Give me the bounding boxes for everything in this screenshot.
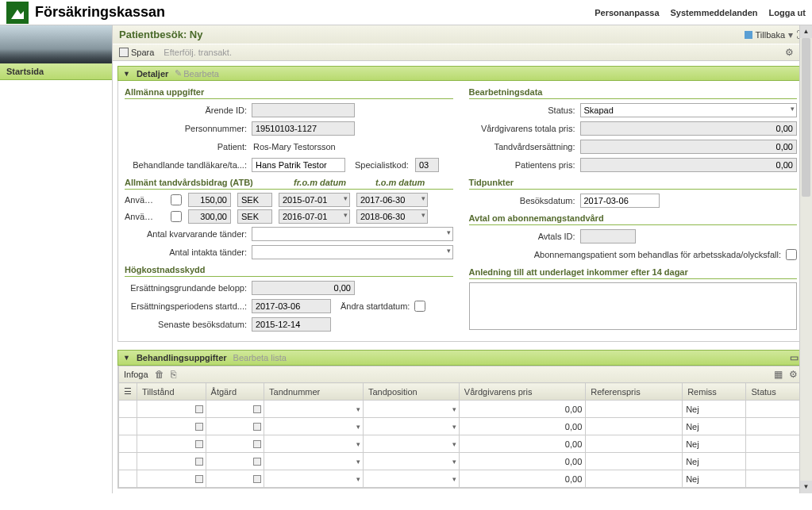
chg-checkbox[interactable] [414,301,425,312]
table-row[interactable]: ▾▾0,00Nej [119,401,803,418]
atgard-cell[interactable] [206,470,264,488]
table-row[interactable]: ▾▾0,00Nej [119,453,803,470]
tandnr-cell[interactable]: ▾ [264,453,364,470]
ref-cell[interactable] [586,418,683,435]
pris-cell[interactable]: 0,00 [459,435,585,453]
tillstand-cell[interactable] [137,401,206,418]
visit-input[interactable] [580,194,660,208]
status-cell[interactable] [746,453,803,470]
status-cell[interactable] [746,435,803,453]
lookup-icon[interactable] [253,458,261,466]
work-checkbox[interactable] [786,249,797,260]
trash-icon[interactable]: 🗑 [155,369,164,380]
table-row[interactable]: ▾▾0,00Nej [119,435,803,453]
status-cell[interactable] [746,418,803,435]
scrollbar[interactable]: ▲ ▼ [799,25,812,493]
tandnr-cell[interactable]: ▾ [264,435,364,453]
scroll-up-icon[interactable]: ▲ [800,25,812,38]
lookup-icon[interactable] [253,405,261,413]
tandpos-cell[interactable]: ▾ [363,435,459,453]
col-atgard[interactable]: Åtgärd [206,383,264,401]
reason-textarea[interactable] [469,282,798,330]
ref-cell[interactable] [586,470,683,488]
dropdown-icon[interactable]: ▾ [788,29,793,40]
atb-use-2[interactable] [171,211,182,222]
scroll-down-icon[interactable]: ▼ [800,481,812,493]
lookup-icon[interactable] [253,423,261,431]
atgard-cell[interactable] [206,418,264,435]
col-tandpos[interactable]: Tandposition [363,383,459,401]
col-select[interactable]: ☰ [119,383,137,401]
tandpos-cell[interactable]: ▾ [363,418,459,435]
collapse-icon[interactable]: ▼ [123,70,130,78]
tandpos-cell[interactable]: ▾ [363,470,459,488]
copy-icon[interactable]: ⎘ [171,369,176,380]
link-sysmsg[interactable]: Systemmeddelanden [671,8,758,17]
dropdown-icon[interactable]: ▾ [452,475,456,483]
start-tab[interactable]: Startsida [0,63,112,80]
row-select-cell[interactable] [119,435,137,453]
col-tandnr[interactable]: Tandnummer [264,383,364,401]
col-remiss[interactable]: Remiss [683,383,746,401]
link-logout[interactable]: Logga ut [769,8,806,17]
remiss-cell[interactable]: Nej [683,470,746,488]
tandnr-cell[interactable]: ▾ [264,470,364,488]
tillstand-cell[interactable] [137,453,206,470]
tillstand-cell[interactable] [137,435,206,453]
lookup-icon[interactable] [253,440,261,448]
pris-cell[interactable]: 0,00 [459,401,585,418]
dropdown-icon[interactable]: ▾ [356,440,360,448]
dropdown-icon[interactable]: ▾ [356,405,360,413]
scroll-thumb[interactable] [802,38,810,197]
dentist-input[interactable] [252,158,345,172]
pris-cell[interactable]: 0,00 [459,453,585,470]
row-select-cell[interactable] [119,401,137,418]
atgard-cell[interactable] [206,453,264,470]
status-cell[interactable] [746,470,803,488]
remiss-cell[interactable]: Nej [683,401,746,418]
row-select-cell[interactable] [119,453,137,470]
dropdown-icon[interactable]: ▾ [356,475,360,483]
col-status[interactable]: Status [746,383,803,401]
link-personalize[interactable]: Personanpassa [595,8,659,17]
tandnr-cell[interactable]: ▾ [264,418,364,435]
remiss-cell[interactable]: Nej [683,453,746,470]
pris-cell[interactable]: 0,00 [459,470,585,488]
lookup-icon[interactable] [195,475,203,483]
table-settings-icon[interactable]: ⚙ [789,369,798,380]
tillstand-cell[interactable] [137,470,206,488]
atb-use-1[interactable] [171,194,182,205]
settings-icon[interactable]: ⚙ [785,47,794,58]
dropdown-icon[interactable]: ▾ [452,458,456,466]
atgard-cell[interactable] [206,435,264,453]
dropdown-icon[interactable]: ▾ [356,458,360,466]
minimize-icon[interactable]: ▭ [790,352,799,363]
lookup-icon[interactable] [195,440,203,448]
col-ref[interactable]: Referenspris [586,383,683,401]
edit-list-button[interactable]: Bearbeta lista [233,353,287,362]
lookup-icon[interactable] [195,458,203,466]
remiss-cell[interactable]: Nej [683,435,746,453]
tillstand-cell[interactable] [137,418,206,435]
atgard-cell[interactable] [206,401,264,418]
dropdown-icon[interactable]: ▾ [452,405,456,413]
row-select-cell[interactable] [119,418,137,435]
collapse-icon-2[interactable]: ▼ [123,354,130,362]
col-pris[interactable]: Vårdgivarens pris [459,383,585,401]
dropdown-icon[interactable]: ▾ [356,423,360,431]
remaining-select[interactable] [252,227,453,241]
dropdown-icon[interactable]: ▾ [452,440,456,448]
export-icon[interactable]: ▦ [774,369,783,380]
table-row[interactable]: ▾▾0,00Nej [119,470,803,488]
row-select-cell[interactable] [119,470,137,488]
ref-cell[interactable] [586,401,683,418]
col-tillstand[interactable]: Tillstånd [137,383,206,401]
lookup-icon[interactable] [195,405,203,413]
edit-button[interactable]: ✎ Bearbeta [175,68,219,79]
insert-button[interactable]: Infoga [124,370,148,379]
tandnr-cell[interactable]: ▾ [264,401,364,418]
lookup-icon[interactable] [195,423,203,431]
remiss-cell[interactable]: Nej [683,418,746,435]
treatment-panel-header[interactable]: ▼ Behandlingsuppgifter Bearbeta lista ▭ [117,350,804,366]
status-select[interactable] [580,103,798,117]
